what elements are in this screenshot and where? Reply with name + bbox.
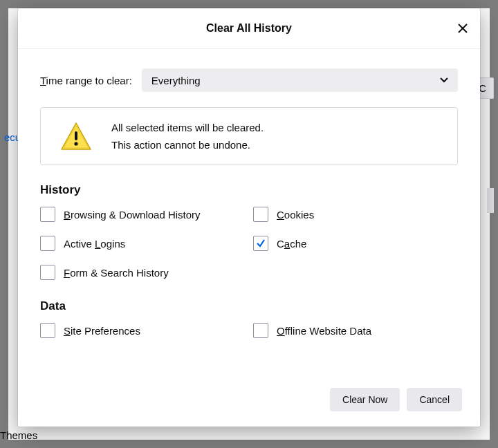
warning-box: All selected items will be cleared. This…	[40, 107, 458, 165]
warning-line1: All selected items will be cleared.	[111, 122, 264, 133]
clear-history-dialog: Clear All History Time range to clear: E…	[18, 8, 480, 427]
data-options: Site PreferencesOffline Website Data	[40, 323, 458, 338]
history-option-1-label: Cookies	[277, 209, 314, 221]
history-option-3[interactable]: Cache	[253, 236, 458, 251]
background-grey-block	[487, 188, 494, 213]
time-range-select[interactable]: Everything	[142, 68, 458, 92]
history-option-3-label: Cache	[277, 238, 306, 250]
close-button[interactable]	[452, 18, 473, 39]
time-range-label-text: ime range to clear:	[46, 75, 132, 86]
dialog-title: Clear All History	[206, 22, 292, 35]
time-range-value: Everything	[151, 75, 201, 86]
data-option-0[interactable]: Site Preferences	[40, 323, 245, 338]
time-range-row: Time range to clear: Everything	[40, 68, 458, 92]
history-option-4-label: Form & Search History	[64, 267, 169, 279]
svg-point-5	[74, 142, 77, 145]
history-option-4[interactable]: Form & Search History	[40, 265, 245, 280]
history-option-0-label: Browsing & Download History	[64, 209, 201, 221]
history-option-4-checkbox[interactable]	[40, 265, 55, 280]
history-option-1-checkbox[interactable]	[253, 207, 268, 222]
time-range-access-key: T	[40, 75, 46, 86]
history-option-2[interactable]: Active Logins	[40, 236, 245, 251]
dialog-header: Clear All History	[18, 8, 480, 49]
time-range-label: Time range to clear:	[40, 75, 132, 86]
close-icon	[458, 24, 468, 33]
history-option-0-checkbox[interactable]	[40, 207, 55, 222]
history-option-3-checkbox[interactable]	[253, 236, 268, 251]
page-background: ecu C Themes Clear All History Time rang…	[0, 0, 498, 448]
data-option-1-label: Offline Website Data	[277, 325, 371, 337]
background-themes-label: Themes	[0, 429, 37, 441]
history-option-2-label: Active Logins	[64, 238, 125, 250]
data-option-0-checkbox[interactable]	[40, 323, 55, 338]
section-title-data: Data	[40, 299, 458, 313]
warning-line2: This action cannot be undone.	[111, 139, 264, 151]
chevron-down-icon	[440, 77, 448, 83]
dialog-footer: Clear Now Cancel	[18, 388, 480, 427]
dialog-body: Time range to clear: Everything	[18, 49, 480, 388]
svg-rect-4	[75, 131, 77, 140]
history-option-2-checkbox[interactable]	[40, 236, 55, 251]
warning-icon	[60, 122, 92, 151]
history-option-1[interactable]: Cookies	[253, 207, 458, 222]
clear-now-button[interactable]: Clear Now	[330, 388, 400, 411]
section-title-history: History	[40, 183, 458, 197]
data-option-0-label: Site Preferences	[64, 325, 140, 337]
data-option-1[interactable]: Offline Website Data	[253, 323, 458, 338]
data-option-1-checkbox[interactable]	[253, 323, 268, 338]
history-option-0[interactable]: Browsing & Download History	[40, 207, 245, 222]
cancel-button[interactable]: Cancel	[407, 388, 462, 411]
warning-text: All selected items will be cleared. This…	[111, 122, 264, 151]
history-options: Browsing & Download HistoryCookiesActive…	[40, 207, 458, 280]
